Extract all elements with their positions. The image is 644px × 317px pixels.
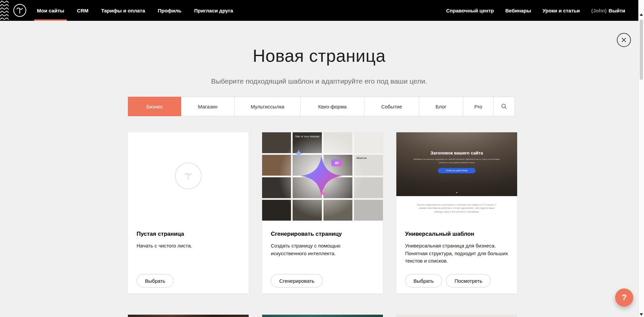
- universal-card-preview: Заголовок вашего сайта Добавьте интересн…: [396, 132, 517, 221]
- ai-small-star2-icon: [320, 190, 327, 197]
- zigzag-pattern-icon: [0, 0, 9, 21]
- nav-item-lessons[interactable]: Уроки и статьи: [543, 8, 580, 13]
- card-title: Сгенерировать страницу: [271, 231, 374, 237]
- card-description: Начать с чистого листа.: [137, 242, 240, 250]
- user-name: (John): [591, 8, 607, 13]
- tab-quiz-form[interactable]: Квиз-форма: [300, 97, 364, 116]
- search-icon: [501, 103, 507, 109]
- next-row-card-preview: [128, 315, 249, 317]
- nav-item-webinars[interactable]: Вебинары: [505, 8, 531, 13]
- tab-event[interactable]: Событие: [364, 97, 419, 116]
- nav-item-crm[interactable]: CRM: [77, 0, 88, 21]
- preview-body-text: Коротко представьтесь и расскажите о ком…: [416, 203, 498, 214]
- chevron-down-icon: ⌄: [396, 189, 517, 194]
- nav-item-my-sites[interactable]: Мои сайты: [37, 0, 64, 21]
- next-row-card-preview: [396, 315, 517, 317]
- nav-item-profile[interactable]: Профиль: [158, 0, 181, 21]
- scrollbar-down-arrow[interactable]: [640, 313, 643, 316]
- tab-search[interactable]: [493, 97, 515, 116]
- tab-pro[interactable]: Pro: [463, 97, 494, 116]
- template-card-generate: Title of Your Website About us: [262, 132, 383, 293]
- tab-blog[interactable]: Блог: [419, 97, 463, 116]
- preview-cta-button: ГЛАВНОЕ ДЕЙСТВИЕ: [438, 168, 476, 173]
- view-universal-button[interactable]: Посмотреть: [446, 274, 491, 287]
- scrollbar-up-arrow[interactable]: [640, 13, 643, 16]
- next-row-card-preview: [262, 315, 383, 317]
- scrollbar-thumb[interactable]: [640, 19, 643, 80]
- logout-label: Выйти: [609, 8, 625, 13]
- tilda-logo[interactable]: [13, 3, 27, 17]
- close-button[interactable]: [617, 33, 631, 47]
- navbar-left-menu: Мои сайты CRM Тарифы и оплата Профиль Пр…: [37, 0, 233, 21]
- nav-item-help-center[interactable]: Справочный центр: [446, 8, 494, 13]
- template-category-tabs: Бизнес Магазин Мультиссылка Квиз-форма С…: [128, 97, 515, 116]
- preview-text-block: Коротко представьтесь и расскажите о ком…: [396, 196, 517, 221]
- choose-blank-button[interactable]: Выбрать: [137, 274, 174, 287]
- nav-item-tariffs[interactable]: Тарифы и оплата: [101, 0, 145, 21]
- tab-multilink[interactable]: Мультиссылка: [234, 97, 301, 116]
- card-description: Универсальная страница для бизнеса. Поня…: [405, 242, 508, 265]
- preview-subtext: Добавьте интересные подробности о вашей …: [413, 158, 500, 164]
- top-navbar: Мои сайты CRM Тарифы и оплата Профиль Пр…: [0, 0, 644, 21]
- tab-business[interactable]: Бизнес: [128, 97, 181, 116]
- nav-item-invite-friend[interactable]: Пригласи друга: [194, 0, 233, 21]
- page-title: Новая страница: [0, 46, 638, 66]
- ai-badge: AI: [331, 159, 342, 166]
- help-button[interactable]: ?: [615, 288, 633, 307]
- close-icon: [621, 37, 627, 43]
- template-card-blank: Пустая страница Начать с чистого листа. …: [128, 132, 249, 293]
- template-card-universal: Заголовок вашего сайта Добавьте интересн…: [396, 132, 517, 293]
- generate-card-preview: Title of Your Website About us: [262, 132, 383, 221]
- preview-heading: Заголовок вашего сайта: [396, 132, 517, 155]
- choose-universal-button[interactable]: Выбрать: [405, 274, 442, 287]
- blank-card-preview: [128, 132, 249, 221]
- generate-button[interactable]: Сгенерировать: [271, 274, 323, 287]
- generate-card-body: Сгенерировать страницу Создать страницу …: [262, 221, 383, 293]
- blank-card-body: Пустая страница Начать с чистого листа. …: [128, 221, 249, 293]
- universal-card-body: Универсальный шаблон Универсальная стран…: [396, 221, 517, 293]
- vertical-scrollbar[interactable]: [638, 0, 644, 317]
- preview-cover: Заголовок вашего сайта Добавьте интересн…: [396, 132, 517, 196]
- nav-item-logout[interactable]: (John) Выйти: [591, 8, 625, 13]
- card-title: Пустая страница: [137, 231, 240, 237]
- page-subtitle: Выберите подходящий шаблон и адаптируйте…: [0, 77, 638, 85]
- navbar-right-menu: Справочный центр Вебинары Уроки и статьи…: [446, 0, 625, 21]
- card-title: Универсальный шаблон: [405, 231, 508, 237]
- card-description: Создать страницу с помощью искусственног…: [271, 242, 374, 257]
- tilda-watermark-icon: [175, 163, 202, 189]
- tab-store[interactable]: Магазин: [181, 97, 235, 116]
